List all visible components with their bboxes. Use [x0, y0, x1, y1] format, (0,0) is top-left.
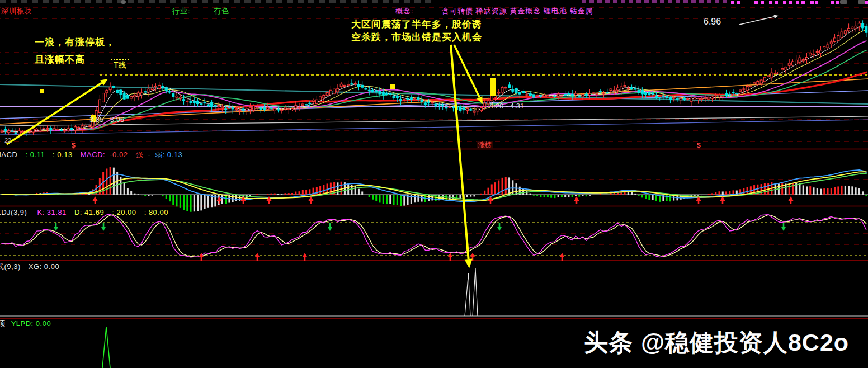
- window-control-icon[interactable]: [858, 0, 865, 4]
- annotation-line: 空杀跌，市场出错是买入机会: [351, 31, 482, 44]
- gainers-tag[interactable]: 涨榜: [477, 141, 493, 149]
- trading-terminal: { "topbar": { "board": "深圳板块", "industry…: [0, 0, 868, 368]
- macd-dif-value: : 0.11: [25, 150, 45, 159]
- kdj-name: KDJ(3,9): [0, 208, 27, 216]
- annotation-wave-one: 一浪，有涨停板， 且涨幅不高: [35, 34, 115, 68]
- macd-value-label: MACD:: [81, 150, 105, 159]
- xg-name: 式(9,3): [0, 262, 21, 271]
- status-dot-icon: [121, 0, 126, 4]
- macd-strong-label: 强: [136, 150, 144, 159]
- dollar-marker-icon: $: [72, 141, 76, 149]
- macd-header: MACD : 0.11 : 0.13 MACD: -0.02 强 - 弱: 0.…: [0, 150, 188, 160]
- topbar-clipped-text: [0, 0, 436, 3]
- kdj-d-value: D: 41.69: [74, 208, 104, 216]
- kdj-upper-band: : 80.00: [144, 208, 168, 216]
- ylpd-value: YLPD: 0.00: [11, 319, 51, 328]
- board-label[interactable]: 深圳板块: [1, 6, 32, 16]
- concept-label: 概念:: [395, 6, 414, 16]
- macd-value: -0.02: [110, 150, 128, 159]
- annotation-line: 大区间震荡了半年多，股价诱: [351, 18, 482, 31]
- annotation-line: 且涨幅不高: [35, 51, 115, 68]
- watermark-brand: 头条: [584, 329, 633, 356]
- xg-header: 式(9,3) XG: 0.00: [0, 262, 65, 272]
- peak-price-label: 6.96: [704, 17, 721, 27]
- macd-name: MACD: [0, 150, 17, 159]
- price-range-label-1: 3.85 - 3.96: [89, 115, 124, 124]
- watermark-handle: @稳健投资人8C2o: [641, 329, 849, 356]
- kdj-k-value: K: 31.81: [37, 208, 66, 216]
- macd-weak-value: 弱: 0.13: [155, 150, 182, 159]
- price-range-label-2: 4.20 - 4.31: [489, 102, 524, 110]
- annotation-range-shakeout: 大区间震荡了半年多，股价诱 空杀跌，市场出错是买入机会: [351, 18, 482, 44]
- watermark: 头条@稳健投资人8C2o: [584, 327, 849, 359]
- macd-separator: -: [148, 150, 150, 159]
- clipped-axis-value: 22: [4, 137, 11, 144]
- concept-values[interactable]: 含可转债 稀缺资源 黄金概念 锂电池 钴金属: [442, 6, 593, 16]
- dollar-marker-icon: $: [697, 141, 701, 149]
- annotation-line: 一浪，有涨停板，: [35, 34, 115, 51]
- ylpd-header: 顶 YLPD: 0.00: [0, 319, 56, 329]
- macd-dea-value: : 0.13: [53, 150, 73, 159]
- ylpd-name: 顶: [0, 319, 6, 328]
- kdj-header: KDJ(3,9) K: 31.81 D: 41.69 : 20.00 : 80.…: [0, 208, 174, 216]
- kdj-lower-band: : 20.00: [112, 208, 136, 216]
- xg-panel[interactable]: [0, 261, 868, 318]
- industry-value[interactable]: 有色: [214, 6, 229, 16]
- window-control-icon[interactable]: [840, 0, 847, 4]
- industry-label: 行业:: [172, 6, 191, 16]
- t-line-label: T线: [111, 59, 129, 70]
- topbar-clipped-magenta-text: [582, 0, 727, 3]
- xg-value: XG: 0.00: [29, 262, 59, 271]
